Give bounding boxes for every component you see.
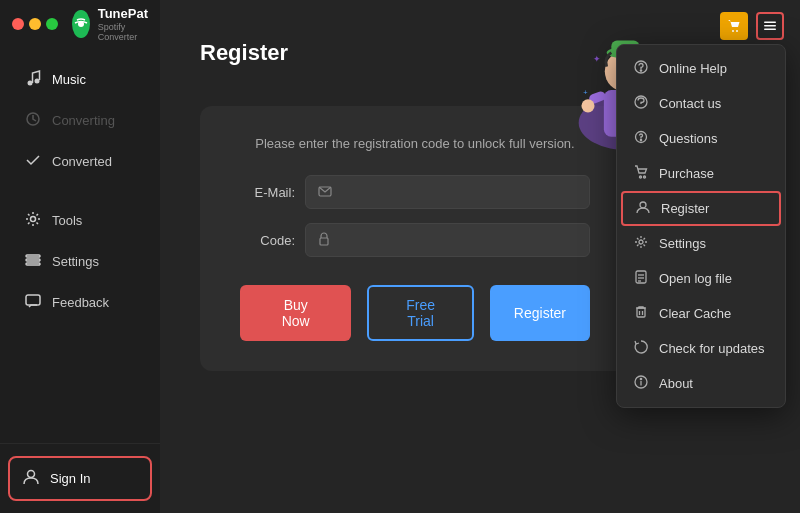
register-button[interactable]: Register xyxy=(490,285,590,341)
dropdown-item-contact-us[interactable]: Contact us xyxy=(617,86,785,121)
code-input-display[interactable] xyxy=(305,223,590,257)
svg-point-40 xyxy=(640,202,646,208)
email-field-row: E-Mail: xyxy=(240,175,590,209)
contact-us-icon xyxy=(633,95,649,112)
svg-text:✦: ✦ xyxy=(593,54,601,64)
dropdown-item-register-label: Register xyxy=(661,201,709,216)
converting-icon xyxy=(24,111,42,130)
svg-point-51 xyxy=(640,378,641,379)
svg-rect-8 xyxy=(26,295,40,305)
svg-text:+: + xyxy=(583,88,587,97)
clear-cache-icon xyxy=(633,305,649,322)
code-icon xyxy=(318,232,330,249)
sidebar-item-settings[interactable]: Settings xyxy=(8,242,152,281)
sign-in-label: Sign In xyxy=(50,471,90,486)
buy-now-button[interactable]: Buy Now xyxy=(240,285,351,341)
dropdown-item-check-updates-label: Check for updates xyxy=(659,341,765,356)
minimize-button[interactable] xyxy=(29,18,41,30)
music-icon xyxy=(24,70,42,89)
svg-rect-12 xyxy=(764,22,776,24)
dropdown-item-clear-cache-label: Clear Cache xyxy=(659,306,731,321)
svg-point-10 xyxy=(732,30,734,32)
close-button[interactable] xyxy=(12,18,24,30)
questions-icon xyxy=(633,130,649,147)
sidebar-nav: Music Converting Converted xyxy=(0,48,160,443)
svg-rect-14 xyxy=(764,29,776,31)
dropdown-item-questions-label: Questions xyxy=(659,131,718,146)
svg-point-41 xyxy=(639,240,643,244)
titlebar: TunePat Spotify Converter xyxy=(0,0,160,48)
sign-in-icon xyxy=(22,468,40,489)
svg-point-11 xyxy=(736,30,738,32)
feedback-icon xyxy=(24,293,42,312)
sidebar-item-music-label: Music xyxy=(52,72,86,87)
sidebar: TunePat Spotify Converter Music xyxy=(0,0,160,513)
tools-icon xyxy=(24,211,42,230)
app-container: TunePat Spotify Converter Music xyxy=(0,0,800,513)
purchase-icon xyxy=(633,165,649,182)
email-label: E-Mail: xyxy=(240,185,295,200)
sidebar-item-feedback[interactable]: Feedback xyxy=(8,283,152,322)
main-content: ♪ ✦ ✦ + + Register Please enter the regi… xyxy=(160,0,800,513)
cart-button[interactable] xyxy=(720,12,748,40)
sidebar-item-converting-label: Converting xyxy=(52,113,115,128)
code-field-row: Code: xyxy=(240,223,590,257)
dropdown-item-contact-us-label: Contact us xyxy=(659,96,721,111)
svg-rect-13 xyxy=(764,25,776,27)
svg-point-39 xyxy=(644,176,646,178)
app-name: TunePat xyxy=(98,6,148,22)
menu-button[interactable] xyxy=(756,12,784,40)
svg-point-37 xyxy=(640,139,641,140)
sign-in-button[interactable]: Sign In xyxy=(8,456,152,501)
sidebar-item-converting: Converting xyxy=(8,101,152,140)
sidebar-bottom: Sign In xyxy=(0,443,160,513)
dropdown-item-purchase-label: Purchase xyxy=(659,166,714,181)
dropdown-item-clear-cache[interactable]: Clear Cache xyxy=(617,296,785,331)
svg-point-24 xyxy=(581,99,594,112)
traffic-lights xyxy=(12,18,58,30)
svg-point-4 xyxy=(31,217,36,222)
code-label: Code: xyxy=(240,233,295,248)
dropdown-item-settings[interactable]: Settings xyxy=(617,226,785,261)
svg-rect-7 xyxy=(26,263,40,265)
form-buttons: Buy Now Free Trial Register xyxy=(240,285,590,341)
sidebar-item-feedback-label: Feedback xyxy=(52,295,109,310)
online-help-icon xyxy=(633,60,649,77)
top-bar xyxy=(720,12,784,40)
dropdown-item-online-help[interactable]: Online Help xyxy=(617,51,785,86)
svg-point-34 xyxy=(640,70,641,71)
dropdown-item-settings-label: Settings xyxy=(659,236,706,251)
dropdown-item-register[interactable]: Register xyxy=(621,191,781,226)
settings-icon xyxy=(24,252,42,271)
dropdown-settings-icon xyxy=(633,235,649,252)
form-description: Please enter the registration code to un… xyxy=(240,136,590,151)
sidebar-item-converted-label: Converted xyxy=(52,154,112,169)
svg-rect-6 xyxy=(26,259,40,261)
dropdown-item-check-updates[interactable]: Check for updates xyxy=(617,331,785,366)
dropdown-item-open-log[interactable]: Open log file xyxy=(617,261,785,296)
app-title: TunePat Spotify Converter xyxy=(98,6,148,42)
email-input-display[interactable] xyxy=(305,175,590,209)
svg-rect-32 xyxy=(320,238,328,245)
dropdown-menu: Online Help Contact us xyxy=(616,44,786,408)
open-log-icon xyxy=(633,270,649,287)
dropdown-item-about[interactable]: About xyxy=(617,366,785,401)
dropdown-item-open-log-label: Open log file xyxy=(659,271,732,286)
dropdown-item-about-label: About xyxy=(659,376,693,391)
check-updates-icon xyxy=(633,340,649,357)
svg-point-9 xyxy=(28,471,35,478)
sidebar-item-tools[interactable]: Tools xyxy=(8,201,152,240)
dropdown-item-online-help-label: Online Help xyxy=(659,61,727,76)
app-logo xyxy=(72,10,90,38)
converted-icon xyxy=(24,152,42,171)
svg-point-38 xyxy=(640,176,642,178)
register-icon xyxy=(635,200,651,217)
sidebar-item-converted[interactable]: Converted xyxy=(8,142,152,181)
dropdown-item-purchase[interactable]: Purchase xyxy=(617,156,785,191)
dropdown-item-questions[interactable]: Questions xyxy=(617,121,785,156)
maximize-button[interactable] xyxy=(46,18,58,30)
app-subtitle: Spotify Converter xyxy=(98,22,148,42)
sidebar-item-tools-label: Tools xyxy=(52,213,82,228)
free-trial-button[interactable]: Free Trial xyxy=(367,285,473,341)
sidebar-item-music[interactable]: Music xyxy=(8,60,152,99)
